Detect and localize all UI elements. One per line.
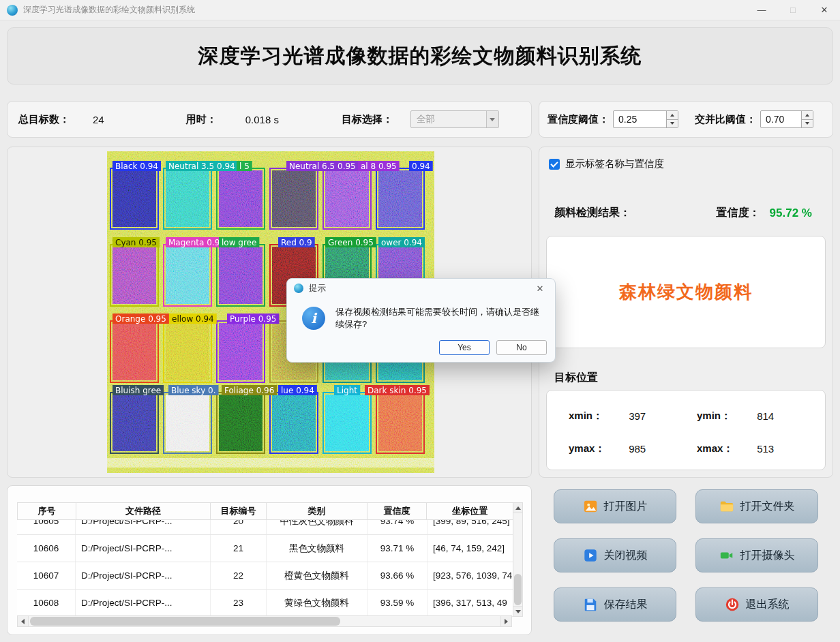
table-cell: 93.71 % [368, 535, 427, 562]
position-title: 目标位置 [554, 371, 598, 385]
dialog-body: 保存视频检测结果可能需要较长时间，请确认是否继续保存? [287, 298, 555, 336]
ymin-value: 814 [757, 410, 825, 422]
scroll-right-icon[interactable] [500, 616, 511, 626]
spinner-up-icon[interactable] [667, 111, 678, 119]
table-cell: 中性灰色文物颜料 [267, 520, 368, 534]
open-image-button[interactable]: 打开图片 [554, 489, 676, 523]
action-button-label: 退出系统 [746, 598, 790, 612]
table-cell: 93.66 % [368, 562, 427, 589]
table-row[interactable]: 10606D:/Project/SI-PCRP-...21黑色文物颜料93.71… [17, 535, 513, 562]
detection-label: Bluish gree [115, 386, 161, 395]
elapsed-time-label: 用时： [186, 113, 217, 126]
table-cell: 22 [211, 562, 267, 589]
spinner-arrows [801, 111, 813, 127]
maximize-button[interactable]: □ [777, 0, 809, 20]
confidence-threshold-spinner[interactable]: 0.25 [613, 110, 678, 128]
spinner-up-icon[interactable] [802, 111, 813, 119]
action-button-label: 关闭视频 [604, 549, 648, 563]
dialog-footer: Yes No [439, 340, 547, 355]
column-header[interactable]: 类别 [267, 503, 368, 519]
image-icon [583, 499, 598, 514]
titlebar: 深度学习光谱成像数据的彩绘文物颜料识别系统 — □ ✕ [0, 0, 840, 20]
scroll-up-icon[interactable] [513, 503, 522, 513]
dialog-message: 保存视频检测结果可能需要较长时间，请确认是否继续保存? [335, 306, 545, 331]
detection-label: Red 0.9 [281, 238, 312, 247]
scroll-down-icon[interactable] [513, 606, 522, 616]
column-header[interactable]: 坐标位置 [427, 503, 513, 519]
confidence-value: 95.72 % [770, 207, 812, 220]
detection-label: ower 0.94 [381, 238, 422, 247]
column-header[interactable]: 置信度 [368, 503, 427, 519]
scroll-left-icon[interactable] [18, 616, 29, 626]
table-cell: 21 [211, 535, 267, 562]
show-labels-checkbox[interactable] [549, 159, 560, 170]
close-button[interactable]: ✕ [809, 0, 840, 20]
total-targets-label: 总目标数： [18, 113, 70, 126]
window-title: 深度学习光谱成像数据的彩绘文物颜料识别系统 [23, 4, 195, 16]
action-buttons: 打开图片打开文件夹关闭视频打开摄像头保存结果退出系统 [539, 485, 833, 635]
table-cell: 黄绿色文物颜料 [267, 590, 368, 616]
header-banner: 深度学习光谱成像数据的彩绘文物颜料识别系统 [7, 27, 833, 85]
minimize-button[interactable]: — [746, 0, 777, 20]
ymax-label: ymax： [569, 442, 629, 455]
dialog-titlebar: 提示 ✕ [287, 279, 555, 298]
dialog-close-icon[interactable]: ✕ [532, 284, 548, 294]
xmin-label: xmin： [569, 410, 629, 423]
table-cell: 93.74 % [368, 520, 427, 534]
detection-label: l 5 [239, 162, 250, 171]
iou-threshold-label: 交并比阈值： [695, 113, 756, 126]
position-row: xmin： 397 ymin： 814 [569, 406, 825, 426]
open-folder-button[interactable]: 打开文件夹 [695, 489, 818, 523]
horizontal-scroll-thumb[interactable] [30, 617, 340, 626]
exit-system-button[interactable]: 退出系统 [695, 587, 818, 622]
elapsed-time-value: 0.018 s [245, 114, 279, 125]
table-row[interactable]: 10605D:/Project/SI-PCRP-...20中性灰色文物颜料93.… [17, 520, 513, 535]
detection-label: Black 0.94 [115, 162, 158, 171]
dialog-logo-icon [294, 284, 303, 293]
vertical-scroll-thumb[interactable] [514, 574, 522, 605]
detection-label: 0.94 [412, 162, 430, 171]
table-vertical-scrollbar[interactable] [513, 502, 523, 617]
detection-label: Foliage 0.96 [224, 386, 274, 395]
confidence-threshold-label: 置信度阈值： [548, 113, 609, 126]
table-row[interactable]: 10608D:/Project/SI-PCRP-...23黄绿色文物颜料93.5… [17, 590, 513, 617]
table-cell: [396, 317, 513, 49 [427, 590, 513, 616]
spinner-down-icon[interactable] [802, 119, 813, 128]
table-cell: 20 [211, 520, 267, 534]
action-button-label: 保存结果 [604, 598, 648, 612]
table-header-row: 序号文件路径目标编号类别置信度坐标位置 [17, 502, 513, 520]
table-horizontal-scrollbar[interactable] [17, 615, 512, 627]
table-cell: 23 [211, 590, 267, 616]
table-cell: [923, 576, 1039, 74 [427, 562, 513, 589]
iou-threshold-spinner[interactable]: 0.70 [760, 110, 813, 128]
yes-button[interactable]: Yes [439, 340, 490, 355]
no-button[interactable]: No [496, 340, 547, 355]
results-table-panel: 序号文件路径目标编号类别置信度坐标位置 10605D:/Project/SI-P… [7, 485, 532, 635]
page-title: 深度学习光谱成像数据的彩绘文物颜料识别系统 [198, 42, 642, 70]
table-row[interactable]: 10607D:/Project/SI-PCRP-...22橙黄色文物颜料93.6… [17, 562, 513, 590]
detection-label: Dark skin 0.95 [368, 386, 427, 395]
confidence-label: 置信度： [717, 206, 760, 220]
column-header[interactable]: 目标编号 [211, 503, 267, 519]
save-results-button[interactable]: 保存结果 [554, 587, 676, 622]
action-button-label: 打开摄像头 [740, 549, 795, 563]
spinner-down-icon[interactable] [667, 119, 678, 128]
result-text: 森林绿文物颜料 [619, 280, 753, 304]
table-body: 10605D:/Project/SI-PCRP-...20中性灰色文物颜料93.… [17, 520, 513, 617]
target-select[interactable]: 全部 [410, 110, 499, 128]
close-video-button[interactable]: 关闭视频 [554, 538, 676, 572]
window-controls: — □ ✕ [746, 0, 840, 20]
xmax-label: xmax： [697, 442, 757, 455]
detection-label: Orange 0.95 [115, 314, 166, 324]
results-panel: 显示标签名称与置信度 颜料检测结果： 置信度： 95.72 % 森林绿文物颜料 … [539, 147, 833, 478]
table-cell: 黑色文物颜料 [267, 535, 368, 562]
target-select-label: 目标选择： [342, 113, 393, 126]
column-header[interactable]: 文件路径 [76, 503, 211, 519]
table-cell: D:/Project/SI-PCRP-... [76, 520, 211, 534]
detection-label: Green 0.95 [328, 238, 374, 247]
column-header[interactable]: 序号 [18, 503, 76, 519]
results-table: 序号文件路径目标编号类别置信度坐标位置 10605D:/Project/SI-P… [17, 502, 513, 617]
detection-label: Neutral 3.5 0.94 [168, 162, 235, 171]
open-camera-button[interactable]: 打开摄像头 [695, 538, 818, 572]
detection-label: Neutral 6.5 0.95 [289, 162, 356, 171]
